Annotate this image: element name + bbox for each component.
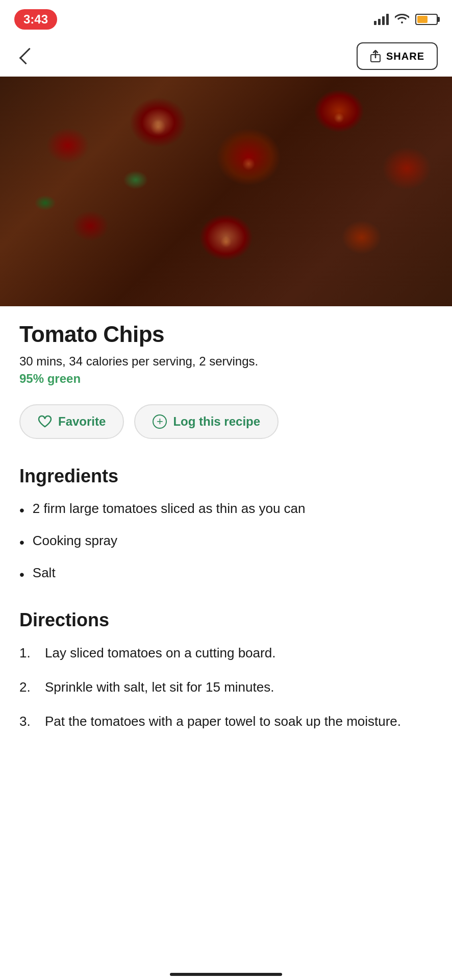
directions-section: Directions 1. Lay sliced tomatoes on a c… [19, 609, 433, 731]
battery-icon [415, 14, 438, 25]
direction-text: Lay sliced tomatoes on a cutting board. [45, 643, 275, 663]
status-bar: 3:43 [0, 0, 452, 36]
list-item: 2. Sprinkle with salt, let sit for 15 mi… [19, 677, 433, 697]
step-number: 2. [19, 677, 35, 697]
direction-text: Pat the tomatoes with a paper towel to s… [45, 712, 401, 731]
direction-text: Sprinkle with salt, let sit for 15 minut… [45, 677, 274, 697]
ingredients-title: Ingredients [19, 465, 433, 487]
plus-circle-icon: + [153, 414, 167, 429]
ingredient-text: Cooking spray [33, 531, 117, 550]
status-icons [374, 12, 438, 27]
back-chevron-icon [19, 48, 36, 65]
ingredient-text: Salt [33, 564, 56, 582]
step-number: 3. [19, 712, 35, 731]
signal-bars-icon [374, 14, 389, 25]
directions-title: Directions [19, 609, 433, 631]
heart-icon [38, 415, 52, 428]
favorite-label: Favorite [58, 414, 106, 429]
share-icon [370, 50, 381, 63]
recipe-meta: 30 mins, 34 calories per serving, 2 serv… [19, 354, 433, 369]
log-recipe-label: Log this recipe [173, 414, 260, 429]
list-item: • Cooking spray [19, 531, 433, 552]
nav-bar: SHARE [0, 36, 452, 77]
list-item: 3. Pat the tomatoes with a paper towel t… [19, 712, 433, 731]
recipe-title: Tomato Chips [19, 322, 433, 347]
recipe-green-label: 95% green [19, 372, 433, 386]
wifi-icon [395, 12, 409, 27]
ingredients-section: Ingredients • 2 firm large tomatoes slic… [19, 465, 433, 585]
bullet-icon: • [19, 532, 24, 552]
battery-fill [417, 16, 428, 23]
log-recipe-button[interactable]: + Log this recipe [134, 404, 279, 439]
list-item: • 2 firm large tomatoes sliced as thin a… [19, 499, 433, 520]
recipe-meta-text: 30 mins, 34 calories per serving, 2 serv… [19, 354, 258, 368]
share-label: SHARE [386, 51, 424, 62]
recipe-image-container [0, 77, 452, 306]
bullet-icon: • [19, 500, 24, 520]
share-button[interactable]: SHARE [357, 42, 438, 70]
recipe-image [0, 77, 452, 306]
back-button[interactable] [14, 45, 37, 67]
favorite-button[interactable]: Favorite [19, 404, 124, 439]
action-buttons: Favorite + Log this recipe [19, 404, 433, 439]
home-indicator [170, 973, 282, 976]
status-time: 3:43 [14, 9, 57, 30]
ingredient-text: 2 firm large tomatoes sliced as thin as … [33, 499, 306, 518]
bullet-icon: • [19, 565, 24, 584]
step-number: 1. [19, 643, 35, 663]
content-area: Tomato Chips 30 mins, 34 calories per se… [0, 306, 452, 771]
list-item: • Salt [19, 564, 433, 584]
list-item: 1. Lay sliced tomatoes on a cutting boar… [19, 643, 433, 663]
